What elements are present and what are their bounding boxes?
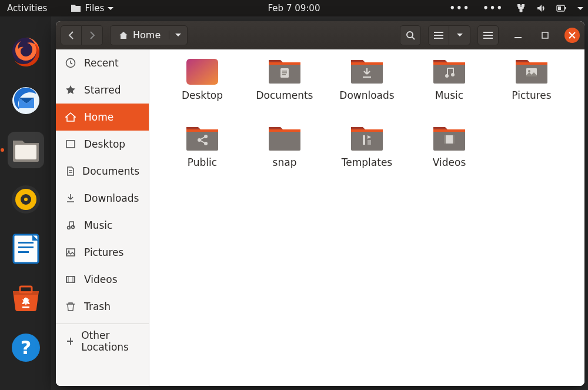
- sidebar-item-label: Trash: [84, 301, 111, 312]
- svg-rect-24: [434, 38, 443, 39]
- svg-rect-38: [73, 276, 75, 282]
- sidebar-item-label: Recent: [84, 57, 119, 69]
- desktop-icon: [65, 139, 76, 149]
- status-indicator-2-icon[interactable]: •••: [483, 3, 503, 14]
- pathbar-dropdown[interactable]: [169, 31, 187, 39]
- file-item[interactable]: Public: [167, 122, 238, 187]
- file-item[interactable]: snap: [249, 122, 320, 187]
- dock-item-libreoffice-writer[interactable]: [8, 231, 44, 267]
- network-icon[interactable]: [516, 4, 526, 13]
- hamburger-icon: [483, 31, 493, 39]
- search-button[interactable]: [400, 25, 421, 45]
- sidebar-item-desktop[interactable]: Desktop: [56, 131, 149, 158]
- pathbar[interactable]: Home: [110, 25, 188, 45]
- trash-icon: [65, 301, 76, 312]
- sidebar-item-other-locations[interactable]: Other Locations: [56, 328, 149, 355]
- file-item[interactable]: Desktop: [167, 55, 238, 120]
- view-options-button[interactable]: [449, 25, 470, 45]
- file-item[interactable]: Downloads: [332, 55, 402, 120]
- app-menu-files[interactable]: Files: [71, 3, 113, 14]
- desktop-folder-icon: [185, 58, 219, 86]
- svg-rect-22: [434, 32, 443, 33]
- folder-icon: [432, 58, 466, 86]
- list-view-icon: [434, 31, 443, 39]
- svg-rect-15: [18, 242, 34, 244]
- dock-item-rhythmbox[interactable]: [8, 181, 44, 218]
- chevron-down-icon: [457, 34, 463, 39]
- file-item[interactable]: Pictures: [496, 55, 567, 120]
- icon-view[interactable]: Desktop Documents Downloads Music Pictur…: [149, 49, 584, 386]
- svg-rect-23: [434, 35, 443, 36]
- sidebar-item-label: Starred: [84, 84, 121, 96]
- search-icon: [406, 31, 415, 40]
- folder-icon: [514, 58, 549, 86]
- file-label: Music: [435, 89, 463, 101]
- home-icon: [65, 112, 76, 122]
- libreoffice-writer-icon: [12, 234, 39, 264]
- svg-rect-31: [66, 141, 75, 148]
- svg-rect-29: [542, 32, 548, 38]
- minimize-icon: [514, 32, 522, 39]
- ubuntu-software-icon: [11, 284, 41, 312]
- clock-button[interactable]: Feb 7 09:00: [268, 3, 320, 14]
- view-list-button[interactable]: [428, 25, 449, 45]
- home-icon: [119, 31, 128, 40]
- launcher-dock: ?: [0, 16, 51, 390]
- activities-button[interactable]: Activities: [7, 3, 47, 14]
- system-status-area[interactable]: [516, 4, 583, 13]
- file-label: snap: [273, 156, 297, 168]
- folder-icon: [432, 125, 466, 153]
- desktop: ? Home: [0, 16, 588, 390]
- svg-point-12: [24, 198, 28, 201]
- chevron-left-icon: [68, 31, 75, 39]
- dock-item-help[interactable]: ?: [8, 329, 44, 366]
- file-item[interactable]: Videos: [414, 122, 485, 187]
- close-icon: [569, 32, 576, 39]
- svg-rect-16: [18, 246, 34, 248]
- dock-item-firefox[interactable]: [8, 33, 44, 69]
- nav-forward-button[interactable]: [82, 25, 103, 45]
- hamburger-menu-button[interactable]: [477, 25, 499, 45]
- svg-rect-1: [522, 4, 524, 6]
- sidebar-item-videos[interactable]: Videos: [56, 266, 149, 293]
- firefox-icon: [11, 36, 41, 66]
- battery-icon[interactable]: [556, 4, 567, 12]
- app-menu-label: Files: [85, 3, 104, 14]
- file-item[interactable]: Music: [414, 55, 485, 120]
- chevron-down-icon: [577, 7, 583, 13]
- sidebar-item-music[interactable]: Music: [56, 212, 149, 239]
- maximize-icon: [542, 32, 549, 39]
- sidebar-item-trash[interactable]: Trash: [56, 293, 149, 320]
- svg-rect-2: [520, 9, 522, 12]
- window-maximize-button[interactable]: [537, 28, 553, 43]
- dock-item-ubuntu-software[interactable]: [8, 280, 44, 316]
- svg-rect-0: [517, 4, 520, 6]
- svg-rect-26: [483, 35, 493, 36]
- dock-item-thunderbird[interactable]: [8, 82, 44, 119]
- sidebar-item-label: Music: [84, 219, 112, 231]
- thunderbird-icon: [11, 85, 41, 116]
- svg-rect-5: [558, 6, 561, 10]
- window-close-button[interactable]: [564, 28, 580, 43]
- dock-item-files[interactable]: [8, 132, 44, 168]
- window-minimize-button[interactable]: [510, 28, 526, 43]
- sidebar-item-label: Other Locations: [81, 329, 139, 353]
- sidebar-item-downloads[interactable]: Downloads: [56, 185, 149, 212]
- file-item[interactable]: Documents: [249, 55, 320, 120]
- clock-icon: [65, 58, 76, 68]
- sidebar-item-pictures[interactable]: Pictures: [56, 239, 149, 266]
- volume-icon[interactable]: [536, 4, 546, 13]
- sidebar-item-home[interactable]: Home: [56, 104, 149, 131]
- file-label: Documents: [256, 89, 313, 101]
- sidebar-item-documents[interactable]: Documents: [56, 158, 149, 185]
- chevron-right-icon: [89, 31, 96, 39]
- sidebar-item-label: Documents: [82, 165, 139, 177]
- nav-back-button[interactable]: [61, 25, 82, 45]
- file-item[interactable]: Templates: [332, 122, 402, 187]
- status-indicator-1-icon[interactable]: •••: [449, 3, 470, 14]
- sidebar-item-label: Videos: [84, 274, 118, 285]
- sidebar-item-starred[interactable]: Starred: [56, 76, 149, 104]
- folder-icon: [71, 4, 81, 13]
- folder-icon: [268, 58, 302, 86]
- sidebar-item-recent[interactable]: Recent: [56, 49, 149, 76]
